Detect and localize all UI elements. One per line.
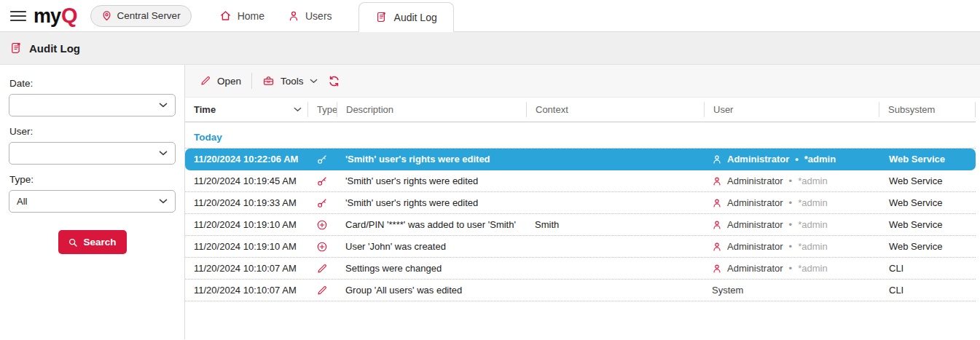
tab-home[interactable]: Home xyxy=(219,9,264,22)
row-user-name: System xyxy=(712,285,743,296)
myq-logo: myQ xyxy=(34,4,77,28)
toolbox-icon xyxy=(262,75,275,87)
server-selector-button[interactable]: Central Server xyxy=(90,5,192,27)
row-subsystem: Web Service xyxy=(879,154,976,165)
row-user-detail: *admin xyxy=(798,197,827,208)
tab-users[interactable]: Users xyxy=(288,10,332,22)
tab-audit-log-label: Audit Log xyxy=(394,12,437,23)
table-row[interactable]: 11/20/2024 10:10:07 AM Settings were cha… xyxy=(185,258,976,280)
row-description: 'Smith' user's rights were edited xyxy=(337,154,526,165)
table-row[interactable]: 11/20/2024 10:10:07 AM Group 'All users'… xyxy=(185,280,976,301)
refresh-button[interactable] xyxy=(324,71,345,92)
open-button-label: Open xyxy=(217,76,241,87)
row-type xyxy=(307,241,337,253)
row-time: 11/20/2024 10:19:33 AM xyxy=(185,197,307,208)
row-user-separator: • xyxy=(795,154,799,165)
user-icon xyxy=(712,198,722,208)
add-circle-icon xyxy=(316,241,328,253)
key-icon xyxy=(316,175,328,187)
row-subsystem: Web Service xyxy=(879,197,976,208)
pencil-icon xyxy=(200,75,211,87)
row-user-name: Administrator xyxy=(727,197,783,208)
column-header-subsystem[interactable]: Subsystem xyxy=(879,102,976,117)
row-user: Administrator • *admin xyxy=(704,197,879,208)
row-description: Group 'All users' was edited xyxy=(337,285,526,296)
tools-dropdown-button[interactable]: Tools xyxy=(256,71,324,92)
search-button[interactable]: Search xyxy=(58,230,127,254)
row-user-name: Administrator xyxy=(727,175,783,186)
chevron-down-icon xyxy=(310,79,318,84)
chevron-down-icon xyxy=(159,199,168,204)
key-icon xyxy=(316,197,328,209)
row-description: Settings were changed xyxy=(337,263,526,274)
table-row[interactable]: 11/20/2024 10:19:45 AM 'Smith' user's ri… xyxy=(185,170,976,192)
table-header-row: Time Type Description Context User Subsy… xyxy=(185,98,976,122)
row-subsystem: Web Service xyxy=(879,219,976,230)
type-filter-select[interactable]: All xyxy=(9,190,176,213)
user-icon xyxy=(712,220,722,230)
pencil-icon xyxy=(316,285,328,296)
user-filter-select[interactable] xyxy=(9,142,176,165)
column-header-context[interactable]: Context xyxy=(526,102,704,117)
row-user-detail: *admin xyxy=(798,241,827,252)
group-header-today: Today xyxy=(185,132,976,149)
search-icon xyxy=(68,237,78,248)
user-icon xyxy=(712,176,722,186)
row-user: Administrator • *admin xyxy=(704,241,879,252)
tools-button-label: Tools xyxy=(281,76,304,87)
column-header-description[interactable]: Description xyxy=(337,102,526,117)
toolbar-divider xyxy=(251,73,252,89)
date-filter-label: Date: xyxy=(9,78,176,89)
myq-audit-log-window: myQ Central Server Home Users Audit Log … xyxy=(0,0,980,340)
date-filter-select[interactable] xyxy=(9,94,176,116)
user-icon xyxy=(712,242,722,252)
row-user: System • xyxy=(704,285,879,296)
row-user-detail: *admin xyxy=(798,175,827,186)
row-type xyxy=(307,285,337,296)
row-subsystem: CLI xyxy=(879,263,976,274)
table-row[interactable]: 11/20/2024 10:19:33 AM 'Smith' user's ri… xyxy=(185,192,976,214)
table-rows: 11/20/2024 10:22:06 AM 'Smith' user's ri… xyxy=(185,149,980,301)
row-description: 'Smith' user's rights were edited xyxy=(337,197,526,208)
row-user-detail: *admin xyxy=(798,219,827,230)
content-area: Date: User: Type: All Search xyxy=(0,65,980,339)
chevron-down-icon xyxy=(159,103,168,108)
column-header-user[interactable]: User xyxy=(704,102,879,117)
location-pin-icon xyxy=(101,10,112,21)
open-button[interactable]: Open xyxy=(194,71,247,91)
time-sort-chevron-icon[interactable] xyxy=(294,107,302,112)
page-title: Audit Log xyxy=(29,42,80,55)
main-panel: Open Tools Time Type Descr xyxy=(185,65,980,339)
row-user-detail: *admin xyxy=(798,263,827,274)
table-row[interactable]: 11/20/2024 10:19:10 AM Card/PIN '****' w… xyxy=(185,214,976,236)
filter-sidebar: Date: User: Type: All Search xyxy=(0,65,185,339)
table-body: Today 11/20/2024 10:22:06 AM 'Smith' use… xyxy=(185,122,980,339)
row-time: 11/20/2024 10:19:10 AM xyxy=(185,219,307,230)
logo-text-q: Q xyxy=(61,4,77,28)
table-row[interactable]: 11/20/2024 10:22:06 AM 'Smith' user's ri… xyxy=(185,149,976,170)
menu-icon[interactable] xyxy=(7,5,29,27)
audit-log-icon xyxy=(375,11,388,23)
row-user: Administrator • *admin xyxy=(704,154,879,165)
column-header-type[interactable]: Type xyxy=(307,102,337,117)
user-filter-label: User: xyxy=(9,126,176,137)
row-user-name: Administrator xyxy=(727,263,783,274)
row-user-separator: • xyxy=(789,175,793,186)
tab-audit-log[interactable]: Audit Log xyxy=(358,2,454,32)
column-header-time[interactable]: Time xyxy=(185,102,307,117)
audit-toolbar: Open Tools xyxy=(185,65,980,98)
table-row[interactable]: 11/20/2024 10:19:10 AM User 'John' was c… xyxy=(185,236,976,258)
row-type xyxy=(307,197,337,209)
row-time: 11/20/2024 10:19:10 AM xyxy=(185,241,307,252)
type-filter-label: Type: xyxy=(9,174,176,185)
pencil-icon xyxy=(316,263,328,274)
top-bar: myQ Central Server Home Users Audit Log xyxy=(0,0,980,32)
row-user: Administrator • *admin xyxy=(704,175,879,186)
row-subsystem: Web Service xyxy=(879,175,976,186)
tab-users-label: Users xyxy=(305,10,332,22)
row-context: Smith xyxy=(526,219,704,230)
row-user-separator: • xyxy=(789,197,793,208)
chevron-down-icon xyxy=(159,151,168,156)
server-selector-label: Central Server xyxy=(117,10,181,21)
row-time: 11/20/2024 10:10:07 AM xyxy=(185,263,307,274)
